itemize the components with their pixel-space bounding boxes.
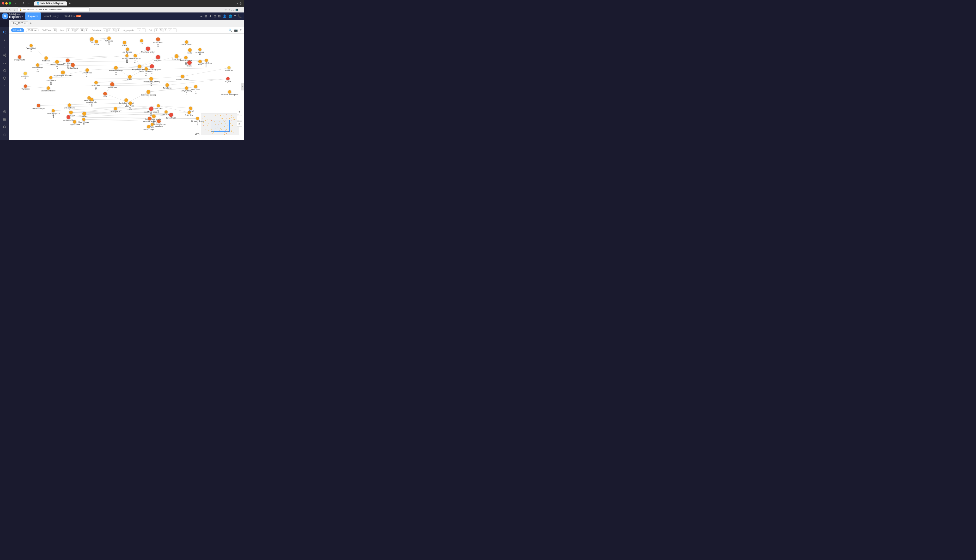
sidebar-item-hexagon[interactable] (1, 75, 8, 82)
node-n23[interactable] (55, 60, 59, 63)
node-n4[interactable] (95, 40, 98, 43)
node-n56[interactable] (114, 107, 117, 110)
auto-icon-2[interactable]: ✕ (71, 28, 75, 32)
node-n52[interactable] (124, 98, 128, 102)
auto-icon-5[interactable]: ⊠ (85, 28, 89, 32)
node-n25[interactable] (36, 63, 39, 67)
back-button[interactable]: ‹ (14, 1, 17, 5)
node-n55[interactable] (68, 103, 71, 107)
more-icon[interactable]: ⋮ (240, 8, 242, 11)
new-tab-button[interactable]: + (69, 2, 70, 5)
zoom-out-button[interactable]: − (237, 115, 242, 120)
help-icon[interactable]: ? (234, 14, 236, 18)
agg-icon-1[interactable]: ⊸ (137, 28, 141, 32)
node-n39[interactable] (226, 77, 230, 80)
node-n71[interactable] (82, 118, 85, 121)
edit-icon-5[interactable]: ↪ (173, 28, 177, 32)
node-n70[interactable] (73, 120, 76, 123)
node-n68[interactable] (148, 117, 152, 120)
sidebar-item-table[interactable] (1, 116, 8, 123)
sidebar-item-graph[interactable] (1, 44, 8, 51)
node-n47[interactable] (147, 90, 150, 94)
node-n69[interactable] (196, 117, 199, 120)
sidebar-item-search[interactable] (1, 29, 8, 35)
node-n11[interactable] (188, 48, 192, 52)
bird-auto-icon[interactable]: ⊞ (53, 28, 57, 32)
node-n73[interactable] (150, 123, 154, 126)
sidebar-item-filter[interactable] (1, 37, 8, 43)
node-n20[interactable] (187, 60, 192, 65)
node-n10[interactable] (146, 47, 150, 51)
node-n31[interactable] (227, 66, 231, 69)
refresh-button[interactable]: ↻ (22, 1, 27, 5)
node-n24[interactable] (66, 58, 70, 62)
node-n28[interactable] (138, 65, 142, 68)
node-n44[interactable] (47, 87, 50, 90)
agg-icon-2[interactable]: ⊹ (142, 28, 145, 32)
graph-tab[interactable]: fifa_2020 ✕ (11, 22, 28, 25)
download-icon[interactable]: ⬇ (228, 8, 230, 11)
node-n40[interactable] (94, 81, 98, 84)
sidebar-item-sigma[interactable]: Σ (1, 83, 8, 89)
node-n21[interactable] (198, 60, 202, 63)
node-n72[interactable] (157, 120, 160, 123)
schema-icon[interactable]: ⊞ (204, 14, 207, 18)
node-n22[interactable] (205, 59, 208, 62)
node-n61[interactable] (69, 111, 73, 114)
zoom-fit-button[interactable]: ⊡ (237, 122, 242, 127)
upload-icon[interactable]: ⬆ (240, 28, 242, 32)
node-n26[interactable] (71, 63, 75, 67)
sidebar-item-settings[interactable] (1, 131, 8, 138)
node-n30[interactable] (114, 66, 118, 70)
detection-icon-2[interactable]: □ (107, 28, 111, 32)
node-n64[interactable] (82, 112, 86, 116)
edit-icon-3[interactable]: ✎ (164, 28, 167, 32)
import-icon[interactable]: ⇥ (200, 14, 202, 18)
node-n8[interactable] (185, 40, 188, 44)
bookmark-icon[interactable]: ☆ (224, 8, 227, 11)
fullscreen-icon[interactable]: ⛶ (232, 8, 234, 11)
auto-icon-4[interactable]: ⊞ (80, 28, 84, 32)
node-n27[interactable] (150, 64, 154, 68)
node-n29[interactable] (145, 67, 148, 70)
node-n16[interactable] (134, 54, 137, 57)
node-n33[interactable] (61, 70, 65, 74)
home-button[interactable]: ⌂ (27, 1, 31, 5)
node-n42[interactable] (165, 83, 169, 87)
node-n38[interactable] (149, 77, 153, 81)
node-n3[interactable] (90, 37, 94, 41)
node-n34[interactable] (85, 68, 89, 72)
node-n45[interactable] (194, 85, 197, 88)
node-n49[interactable] (103, 92, 107, 95)
edit-icon-4[interactable]: ↩ (168, 28, 172, 32)
node-n62[interactable] (164, 110, 168, 113)
close-dot[interactable] (2, 2, 4, 5)
mini-map[interactable] (201, 113, 239, 135)
node-n9[interactable] (126, 48, 129, 51)
graph-canvas[interactable]: 96% + − ⊡ ‹ Al-Assadda1238Walter Khazri2… (9, 33, 244, 140)
node-n17[interactable] (156, 55, 160, 59)
nav-workflow[interactable]: Workflow Beta (62, 12, 84, 20)
detection-icon-1[interactable]: ○ (103, 28, 107, 32)
url-refresh[interactable]: ↻ (8, 8, 12, 12)
node-n59[interactable] (189, 107, 192, 110)
node-n53[interactable] (129, 102, 132, 105)
detection-icon-4[interactable]: ⊕ (117, 28, 120, 32)
nav-explorer[interactable]: Explorer (25, 12, 41, 20)
forward-button[interactable]: › (18, 1, 21, 5)
detection-icon-3[interactable]: ⬡ (112, 28, 116, 32)
2d-mode-button[interactable]: 2D Mode (11, 28, 24, 32)
cast-icon[interactable]: 📺 (236, 8, 238, 11)
export-icon[interactable]: ⬇ (209, 14, 212, 18)
node-n36[interactable] (181, 75, 184, 78)
nav-visual-query[interactable]: Visual Query (41, 12, 62, 20)
layout-icon[interactable]: ⊡ (214, 14, 216, 18)
node-n58[interactable] (157, 104, 160, 107)
minimize-dot[interactable] (5, 2, 8, 5)
node-n6[interactable] (140, 39, 143, 42)
node-n41[interactable] (110, 82, 114, 87)
node-n18[interactable] (175, 54, 179, 58)
node-n66[interactable] (67, 115, 70, 119)
node-n2[interactable] (30, 44, 33, 47)
auto-icon-1[interactable]: ⊙ (66, 28, 70, 32)
